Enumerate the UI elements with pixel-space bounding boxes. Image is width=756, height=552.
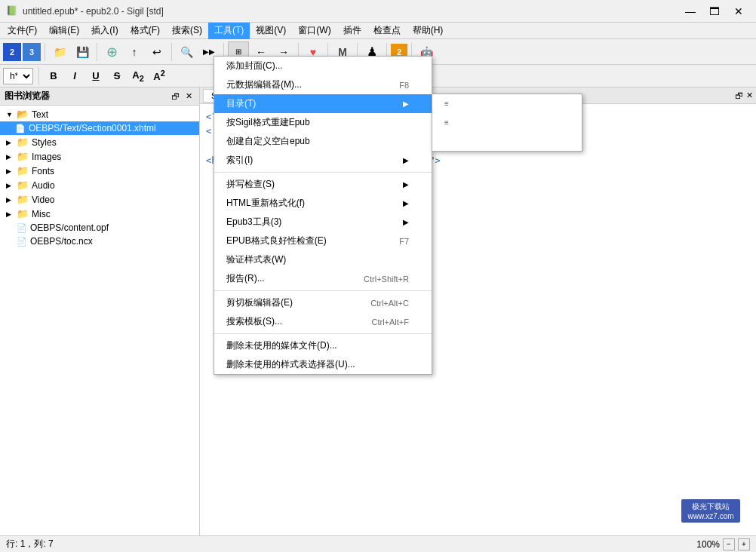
menu-toc[interactable]: 目录(T) ▶ ≡ 生成目录(G)... Ctrl+T ≡ 编辑目录(E)...… (214, 94, 432, 113)
heading-select[interactable]: h* h1 h2 (3, 68, 33, 84)
tree-item-text[interactable]: ▼ 📂 Text (0, 107, 199, 121)
menu-window[interactable]: 窗口(W) (292, 23, 337, 39)
tree-item-styles[interactable]: ▶ 📁 Styles (0, 135, 199, 149)
grid-icon: ⊞ (235, 48, 241, 56)
minimize-button[interactable]: — (679, 4, 702, 19)
menu-search-template[interactable]: 搜索模板(S)... Ctrl+Alt+F (214, 312, 432, 331)
restore-button[interactable]: 🗖 (703, 4, 726, 19)
menu-rebuild[interactable]: 按Sigil格式重建Epub (214, 113, 432, 132)
close-button[interactable]: ✕ (727, 4, 750, 19)
tree-item-content-opf[interactable]: 📄 OEBPS/content.opf (0, 221, 199, 235)
menu-validate-css[interactable]: 验证样式表(W) (214, 250, 432, 269)
tree-item-images[interactable]: ▶ 📁 Images (0, 149, 199, 164)
upload-button[interactable]: ↑ (124, 41, 145, 63)
tools-menu: 添加封面(C)... 元数据编辑器(M)... F8 目录(T) ▶ ≡ 生成目… (214, 56, 432, 375)
strike-icon: S (114, 70, 121, 81)
menu-tools[interactable]: 工具(T) (208, 23, 250, 39)
menu-spellcheck[interactable]: 拼写检查(S) ▶ (214, 175, 432, 194)
submenu-gen-toc-label: 生成目录(G)... (456, 97, 513, 110)
strike-button[interactable]: S (108, 67, 126, 85)
submenu-edit-toc-label: 编辑目录(E)... (503, 116, 559, 129)
menu-index[interactable]: 索引(I) ▶ (214, 151, 432, 170)
zoom-in-button[interactable]: + (738, 538, 750, 550)
menu-file[interactable]: 文件(F) (2, 23, 43, 39)
menu-html-reformat[interactable]: HTML重新格式化(f) ▶ (214, 194, 432, 213)
submenu-create-html-toc[interactable]: 从目录创建 HTML(C) (432, 132, 582, 151)
menu-create-epub[interactable]: 创建自定义空白epub (214, 132, 432, 151)
save-icon: 💾 (76, 46, 89, 58)
toolbar-btn-2[interactable]: 2 (3, 43, 21, 61)
menu-epub3[interactable]: Epub3工具(3) ▶ (214, 213, 432, 232)
tree-arrow-audio: ▶ (6, 182, 14, 189)
folder-icon-misc: 📁 (17, 208, 29, 219)
menu-edit[interactable]: 编辑(E) (43, 23, 85, 39)
menu-delete-unused-media[interactable]: 删除未使用的媒体文件(D)... (214, 336, 432, 355)
tree-arrow-misc: ▶ (6, 210, 14, 218)
tree-label-audio: Audio (32, 180, 55, 191)
upload-icon: ↑ (132, 46, 137, 58)
cursor-position: 行: 1，列: 7 (6, 538, 54, 550)
menu-sep-1 (214, 172, 432, 173)
open-icon: 📁 (54, 46, 66, 58)
sidebar-undock-button[interactable]: 🗗 (169, 90, 181, 103)
toolbar-btn-3[interactable]: 3 (23, 43, 41, 61)
sidebar-content: ▼ 📂 Text 📄 OEBPS/Text/Section0001.xhtml … (0, 106, 199, 535)
menu-delete-unused-css[interactable]: 删除未使用的样式表选择器(U)... (214, 355, 432, 374)
submenu-create-html-toc-label: 从目录创建 HTML(C) (444, 135, 530, 148)
editor-tab-controls: 🗗 ✕ (735, 90, 753, 100)
superscript-button[interactable]: A2 (150, 67, 168, 85)
folder-icon-video: 📁 (17, 194, 29, 205)
folder-icon-styles: 📁 (17, 136, 29, 148)
tree-item-audio[interactable]: ▶ 📁 Audio (0, 178, 199, 192)
undo-button[interactable]: ↩ (146, 41, 167, 63)
toolbar2-sep-1 (38, 67, 39, 85)
menu-search[interactable]: 搜索(S) (166, 23, 208, 39)
bold-button[interactable]: B (45, 67, 63, 85)
folder-icon-images: 📁 (17, 151, 29, 162)
window-controls: — 🗖 ✕ (679, 4, 750, 19)
sidebar-close-button[interactable]: ✕ (183, 90, 195, 103)
tree-item-fonts[interactable]: ▶ 📁 Fonts (0, 164, 199, 178)
menu-sep-2 (214, 290, 432, 291)
superscript-icon: A2 (153, 69, 164, 82)
menu-help[interactable]: 帮助(H) (407, 23, 450, 39)
menu-report[interactable]: 报告(R)... Ctrl+Shift+R (214, 269, 432, 288)
tree-item-toc-ncx[interactable]: 📄 OEBPS/toc.ncx (0, 235, 199, 248)
submenu-edit-toc[interactable]: ≡ 编辑目录(E)... (432, 113, 582, 132)
gen-toc-icon: ≡ (444, 100, 449, 108)
tree-item-video[interactable]: ▶ 📁 Video (0, 192, 199, 207)
search-button[interactable]: 🔍 (176, 41, 197, 63)
toc-submenu: ≡ 生成目录(G)... Ctrl+T ≡ 编辑目录(E)... 从目录创建 H… (432, 94, 582, 152)
tree-arrow-text: ▼ (6, 111, 14, 118)
menu-view[interactable]: 视图(V) (250, 23, 292, 39)
menu-insert[interactable]: 插入(I) (85, 23, 124, 39)
tree-arrow-images: ▶ (6, 153, 14, 161)
open-button[interactable]: 📁 (49, 41, 70, 63)
submenu-gen-toc[interactable]: ≡ 生成目录(G)... Ctrl+T (432, 94, 582, 113)
menu-format[interactable]: 格式(F) (124, 23, 166, 39)
menu-plugins[interactable]: 插件 (337, 23, 367, 39)
menu-check[interactable]: 检查点 (367, 23, 407, 39)
menu-index-label: 索引(I) (226, 154, 253, 167)
app-icon: 📗 (6, 5, 18, 17)
zoom-out-button[interactable]: − (723, 538, 735, 550)
italic-button[interactable]: I (66, 67, 84, 85)
add-button[interactable]: ⊕ (101, 41, 122, 63)
subscript-button[interactable]: A2 (129, 67, 147, 85)
menu-clipboard-editor-label: 剪切板编辑器(E) (226, 296, 293, 309)
menu-epub-check[interactable]: EPUB格式良好性检查(E) F7 (214, 232, 432, 250)
sidebar-title: 图书浏览器 (5, 90, 50, 103)
editor-undock-button[interactable]: 🗗 (735, 90, 743, 100)
menu-add-cover[interactable]: 添加封面(C)... (214, 57, 432, 75)
save-button[interactable]: 💾 (72, 41, 93, 63)
zoom-level: 100% (696, 539, 720, 550)
tree-label-misc: Misc (32, 209, 51, 219)
menu-clipboard-editor[interactable]: 剪切板编辑器(E) Ctrl+Alt+C (214, 293, 432, 312)
toc-arrow-icon: ▶ (403, 100, 409, 108)
tree-arrow-styles: ▶ (6, 139, 14, 146)
underline-button[interactable]: U (87, 67, 105, 85)
tree-item-section0001[interactable]: 📄 OEBPS/Text/Section0001.xhtml (0, 121, 199, 135)
editor-close-button[interactable]: ✕ (746, 90, 753, 100)
tree-item-misc[interactable]: ▶ 📁 Misc (0, 207, 199, 221)
menu-meta-editor[interactable]: 元数据编辑器(M)... F8 (214, 75, 432, 94)
